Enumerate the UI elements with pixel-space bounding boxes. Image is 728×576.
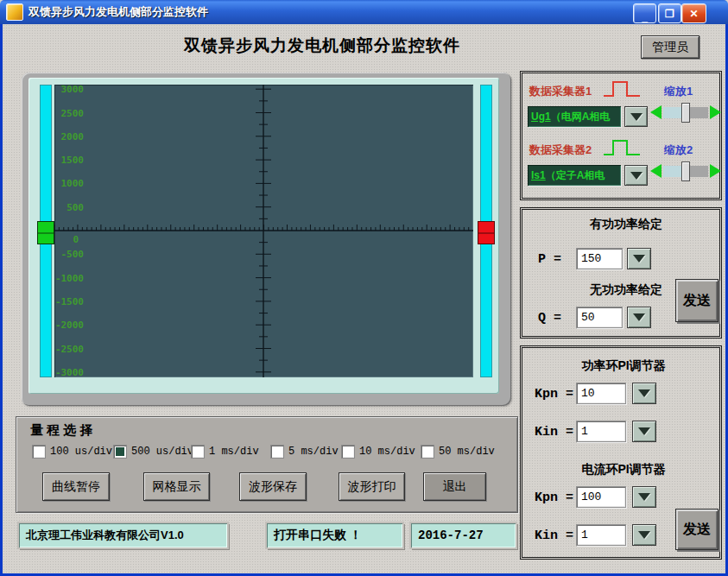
power-kpn-value: 10 <box>581 387 595 400</box>
range-option-label: 50 ms/div <box>439 446 495 458</box>
power-panel: 有功功率给定 P = 150 无功功率给定 Q = 50 发送 <box>520 207 722 339</box>
q-dropdown-button[interactable] <box>627 307 651 328</box>
range-option-label: 100 us/div <box>50 446 112 458</box>
power-kpn-input[interactable]: 10 <box>576 383 626 404</box>
close-button[interactable]: ✕ <box>681 3 706 23</box>
power-kpn-dropdown-button[interactable] <box>632 383 656 404</box>
range-option-50ms[interactable]: 50 ms/div <box>421 445 495 459</box>
range-option-label: 1 ms/div <box>209 446 259 458</box>
checkbox-icon[interactable] <box>341 445 355 459</box>
zoom1-slider[interactable] <box>650 105 721 119</box>
save-waveform-button[interactable]: 波形保存 <box>239 472 307 501</box>
q-label: Q = <box>538 311 561 326</box>
range-title: 量 程 选 择 <box>30 422 93 439</box>
p-dropdown-button[interactable] <box>627 248 651 269</box>
send-pi-button[interactable]: 发送 <box>675 509 719 550</box>
zoom2-slider-handle[interactable] <box>681 161 690 181</box>
current-kin-dropdown-button[interactable] <box>632 524 656 546</box>
current-kin-value: 1 <box>581 529 588 541</box>
left-scale-slider-handle[interactable] <box>37 221 54 244</box>
range-option-label: 500 us/div <box>131 446 193 458</box>
pi-panel: 功率环PI调节器 Kpn = 10 Kin = 1 电流环PI调节器 Kpn =… <box>520 345 722 560</box>
channel1-select[interactable]: Ug1（电网A相电 <box>528 106 621 127</box>
q-value-input[interactable]: 50 <box>576 307 623 328</box>
pulse2-waveform-icon <box>602 136 642 159</box>
exit-button[interactable]: 退出 <box>423 472 486 501</box>
power-pi-title: 功率环PI调节器 <box>550 358 697 374</box>
power-kin-value: 1 <box>581 425 588 438</box>
titlebar: 双馈异步风力发电机侧部分监控软件 _ ❐ ✕ <box>0 0 728 24</box>
right-scale-slider-track[interactable] <box>480 85 492 377</box>
current-kpn-dropdown-button[interactable] <box>632 486 656 508</box>
zoom1-slider-handle[interactable] <box>681 103 690 123</box>
checkbox-icon[interactable] <box>270 445 284 459</box>
app-icon <box>6 3 23 21</box>
send-power-button[interactable]: 发送 <box>675 279 719 322</box>
channel2-dropdown-button[interactable] <box>624 165 648 186</box>
maximize-button[interactable]: ❐ <box>658 3 681 23</box>
client-area: 双馈异步风力发电机侧部分监控软件 管理员 3000250020001500100… <box>3 24 725 573</box>
chevron-down-icon <box>630 172 643 180</box>
p-value: 150 <box>581 252 601 265</box>
chevron-down-icon <box>638 493 650 501</box>
current-kin-input[interactable]: 1 <box>576 524 626 546</box>
right-scale-slider-handle[interactable] <box>478 221 495 244</box>
zoom2-slider[interactable] <box>650 164 721 178</box>
page-title: 双馈异步风力发电机侧部分监控软件 <box>80 35 564 57</box>
p-label: P = <box>538 252 561 267</box>
channel2-select-prefix: Is1 <box>531 169 546 181</box>
serial-status-field: 打开串口失败 ！ <box>267 523 402 548</box>
grid-display-button[interactable]: 网格显示 <box>143 472 210 501</box>
scope-panel: 300025002000150010005000-500-1000-1500-2… <box>22 73 511 406</box>
range-panel: 量 程 选 择 100 us/div 500 us/div 1 ms/div 5… <box>16 416 518 513</box>
range-option-5ms[interactable]: 5 ms/div <box>270 445 339 459</box>
checkbox-icon[interactable] <box>191 445 205 459</box>
company-field: 北京理工伟业科教有限公司V1.0 <box>19 523 227 548</box>
current-kpn-label: Kpn = <box>535 491 573 505</box>
channel2-select[interactable]: Is1（定子A相电 <box>528 165 621 186</box>
reactive-power-title: 无功功率给定 <box>557 282 695 298</box>
maximize-icon: ❐ <box>665 8 674 20</box>
minimize-button[interactable]: _ <box>633 3 656 23</box>
date-field: 2016-7-27 <box>411 523 516 548</box>
checkbox-icon[interactable] <box>421 445 434 459</box>
checkbox-icon[interactable] <box>32 445 46 459</box>
daq-panel: 数据采集器1 缩放1 Ug1（电网A相电 数据采集器2 <box>520 71 722 200</box>
range-option-500us[interactable]: 500 us/div <box>113 445 193 459</box>
zoom1-label: 缩放1 <box>664 84 693 99</box>
q-value: 50 <box>581 311 595 324</box>
chevron-down-icon <box>638 427 650 435</box>
current-kpn-value: 100 <box>581 491 601 503</box>
chevron-down-icon <box>633 313 645 321</box>
current-kpn-input[interactable]: 100 <box>576 486 626 508</box>
chevron-down-icon <box>633 255 645 263</box>
zoom2-left-arrow-icon[interactable] <box>650 164 662 178</box>
range-option-label: 5 ms/div <box>288 446 339 458</box>
chevron-down-icon <box>630 113 643 121</box>
admin-button[interactable]: 管理员 <box>641 35 700 59</box>
range-option-100us[interactable]: 100 us/div <box>32 445 112 459</box>
checkbox-icon[interactable] <box>113 445 127 459</box>
zoom1-slider-track[interactable] <box>663 107 708 118</box>
p-value-input[interactable]: 150 <box>576 248 623 269</box>
channel1-dropdown-button[interactable] <box>624 106 648 127</box>
current-kin-label: Kin = <box>535 529 573 543</box>
pause-curve-button[interactable]: 曲线暂停 <box>42 472 110 501</box>
zoom2-slider-track[interactable] <box>663 166 708 177</box>
left-scale-slider-track[interactable] <box>40 85 52 377</box>
zoom2-right-arrow-icon[interactable] <box>710 164 721 178</box>
zoom1-left-arrow-icon[interactable] <box>650 105 662 119</box>
active-power-title: 有功功率给定 <box>557 217 695 232</box>
range-option-10ms[interactable]: 10 ms/div <box>341 445 415 459</box>
daq2-label: 数据采集器2 <box>529 142 592 158</box>
power-kin-dropdown-button[interactable] <box>632 421 656 442</box>
scope-plot: 300025002000150010005000-500-1000-1500-2… <box>54 85 473 377</box>
y-axis-labels: 300025002000150010005000-500-1000-1500-2… <box>54 85 473 377</box>
range-option-1ms[interactable]: 1 ms/div <box>191 445 259 459</box>
zoom2-label: 缩放2 <box>664 142 693 158</box>
minimize-icon: _ <box>642 11 648 23</box>
power-kin-input[interactable]: 1 <box>576 421 626 442</box>
zoom1-right-arrow-icon[interactable] <box>710 105 721 119</box>
window-title: 双馈异步风力发电机侧部分监控软件 <box>28 4 208 20</box>
print-waveform-button[interactable]: 波形打印 <box>339 472 405 501</box>
